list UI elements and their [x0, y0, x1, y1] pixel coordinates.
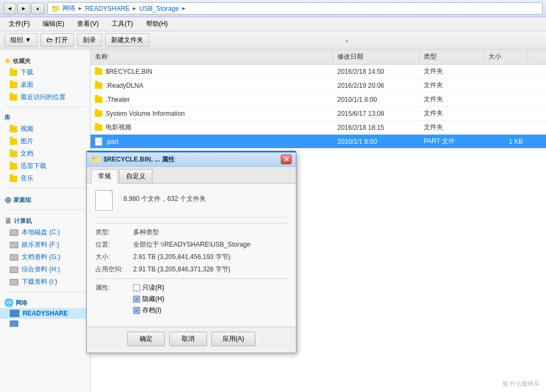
file-size: [484, 85, 527, 87]
dialog-attrs-list: 只读(R)隐藏(H)存档(I): [133, 283, 164, 315]
up-button[interactable]: ▲: [31, 3, 44, 15]
menu-tools[interactable]: 工具(T): [107, 18, 137, 30]
dialog-apply-button[interactable]: 应用(A): [211, 332, 255, 346]
menu-view[interactable]: 查看(V): [73, 18, 103, 30]
folder-icon: [10, 94, 17, 101]
file-row[interactable]: 📄.part2010/1/1 8:00PART 文件1 KB: [91, 135, 546, 149]
attribute-checkbox[interactable]: [133, 307, 140, 314]
folder-icon: [10, 163, 17, 170]
sidebar-favorites-title: ★ 收藏夹: [0, 54, 90, 66]
sidebar-item-driveG[interactable]: 文档资料 (G:): [0, 251, 90, 263]
sidebar-item-desktop[interactable]: 桌面: [0, 79, 90, 91]
sidebar-item-readyshare[interactable]: READYSHARE: [0, 308, 90, 319]
dialog-footer: 确定 取消 应用(A): [87, 327, 296, 353]
sidebar-item-network-2[interactable]: [0, 319, 90, 328]
forward-button[interactable]: ►: [17, 3, 30, 15]
drive-icon: [10, 229, 18, 236]
dialog-tab-custom[interactable]: 自定义: [119, 169, 153, 183]
sidebar-item-driveH[interactable]: 综合资料 (H:): [0, 263, 90, 276]
sidebar-divider-3: [4, 209, 86, 210]
breadcrumb-sep-2: ►: [132, 5, 137, 11]
open-button[interactable]: 🗁 打开: [40, 33, 73, 47]
sidebar-item-pictures[interactable]: 图片: [0, 135, 90, 148]
dialog-cancel-button[interactable]: 取消: [169, 332, 207, 346]
folder-icon: [10, 138, 17, 145]
sidebar-divider-2: [4, 188, 86, 188]
dialog-prop-value: 全部位于 \\READYSHARE\USB_Storage: [133, 240, 250, 249]
dialog-prop-label: 大小:: [95, 253, 133, 262]
file-row[interactable]: .ReadyDLNA2016/2/19 20:06文件夹: [91, 79, 546, 93]
dialog-ok-button[interactable]: 确定: [127, 332, 165, 346]
file-row[interactable]: 电影视频2016/2/18 18:15文件夹: [91, 121, 546, 135]
file-date: 2016/2/18 14:50: [333, 67, 419, 76]
header-name[interactable]: 名称: [91, 51, 333, 63]
sidebar-item-video[interactable]: 视频: [0, 123, 90, 135]
dialog-close-button[interactable]: ✕: [281, 155, 292, 164]
organize-button[interactable]: 组织 ▼: [4, 33, 37, 47]
dialog-tab-general[interactable]: 常规: [91, 169, 118, 184]
file-row[interactable]: .Theater2010/1/1 8:00文件夹: [91, 93, 546, 107]
dialog-attributes-row: 属性: 只读(R)隐藏(H)存档(I): [95, 283, 287, 317]
header-type[interactable]: 类型: [419, 51, 484, 63]
new-folder-button[interactable]: 新建文件夹: [105, 33, 149, 47]
dialog-file-count: 8,980 个文件，632 个文件夹: [123, 190, 206, 204]
breadcrumb: 📁 网络 ► READYSHARE ► USB_Storage ►: [47, 2, 543, 15]
dialog-prop-value: 2.91 TB (3,205,841,456,193 字节): [133, 253, 231, 262]
sidebar-item-music[interactable]: 音乐: [0, 172, 90, 185]
attribute-checkbox[interactable]: [133, 296, 140, 303]
sidebar-item-xunlei[interactable]: 迅雷下载: [0, 160, 90, 172]
sidebar-item-driveF[interactable]: 娱乐资料 (F:): [0, 239, 90, 251]
toolbar-arrow: ▲: [153, 37, 542, 43]
file-doc-icon: 📄: [95, 137, 102, 146]
menu-edit[interactable]: 编辑(E): [38, 18, 68, 30]
network-node-icon: [10, 320, 18, 327]
folder-icon: [95, 68, 102, 75]
folder-icon: [10, 82, 17, 88]
file-date: 2010/1/1 8:00: [333, 137, 419, 146]
dialog-prop-label: 占用空间:: [95, 265, 133, 274]
drive-icon: [10, 242, 18, 248]
drive-icon: [10, 254, 18, 261]
breadcrumb-network[interactable]: 网络: [63, 4, 75, 13]
homegroup-icon: ⊕: [4, 195, 11, 205]
folder-icon: [10, 126, 17, 132]
dialog-attributes-label: 属性:: [95, 283, 133, 292]
menu-file[interactable]: 文件(F): [4, 18, 34, 30]
menu-bar: 文件(F) 编辑(E) 查看(V) 工具(T) 帮助(H): [0, 17, 546, 31]
file-name: 📄.part: [91, 136, 333, 147]
header-date[interactable]: 修改日期: [333, 51, 419, 63]
folder-icon: [10, 69, 17, 76]
address-bar: ◄ ► ▲ 📁 网络 ► READYSHARE ► USB_Storage ►: [0, 0, 546, 17]
breadcrumb-usb[interactable]: USB_Storage: [140, 5, 179, 12]
file-type: 文件夹: [419, 94, 484, 105]
star-icon: ★: [4, 57, 11, 65]
attribute-label: 存档(I): [142, 306, 161, 315]
file-row[interactable]: System Volume Information2015/6/17 13:08…: [91, 107, 546, 121]
dialog-prop-row: 类型:多种类型: [95, 228, 287, 237]
file-size: [484, 71, 527, 73]
sidebar-divider-1: [4, 107, 86, 107]
folder-icon: [95, 110, 102, 117]
back-button[interactable]: ◄: [3, 3, 16, 15]
sidebar-divider-4: [4, 291, 86, 292]
file-row[interactable]: $RECYCLE.BIN2016/2/18 14:50文件夹: [91, 65, 546, 79]
burn-button[interactable]: 刻录: [77, 33, 102, 47]
menu-help[interactable]: 帮助(H): [142, 18, 172, 30]
sidebar-item-recent[interactable]: 最近访问的位置: [0, 91, 90, 103]
header-size[interactable]: 大小: [484, 51, 527, 63]
computer-icon: 🖥: [4, 216, 12, 225]
properties-dialog[interactable]: 📁 $RECYCLE.BIN, ... 属性 ✕ 常规 自定义 8,980 个文…: [86, 151, 296, 353]
attribute-checkbox[interactable]: [133, 284, 140, 291]
sidebar-item-driveI[interactable]: 下载资料 (I:): [0, 276, 90, 288]
breadcrumb-readyshare[interactable]: READYSHARE: [85, 5, 130, 12]
nav-buttons: ◄ ► ▲: [3, 3, 44, 15]
dialog-attr-row: 存档(I): [133, 306, 164, 315]
file-name: .Theater: [91, 95, 333, 104]
sidebar-item-documents[interactable]: 文档: [0, 148, 90, 160]
file-type: 文件夹: [419, 122, 484, 133]
file-name: $RECYCLE.BIN: [91, 67, 333, 76]
dialog-attributes-values: 只读(R)隐藏(H)存档(I): [133, 283, 164, 317]
toolbar: 组织 ▼ 🗁 打开 刻录 新建文件夹 ▲: [0, 31, 546, 50]
sidebar-item-driveC[interactable]: 本地磁盘 (C:): [0, 226, 90, 239]
sidebar-item-download[interactable]: 下载: [0, 66, 90, 79]
